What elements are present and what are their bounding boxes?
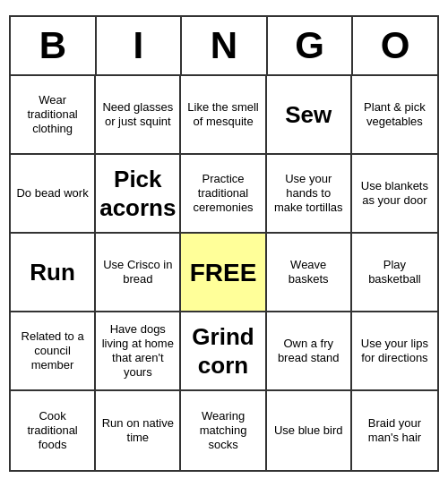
bingo-cell-16: Have dogs living at home that aren't you… (96, 312, 181, 391)
bingo-cell-12: FREE (181, 234, 266, 312)
header-letter-b: B (11, 17, 97, 74)
bingo-cell-9: Use blankets as your door (352, 155, 437, 234)
bingo-cell-11: Use Crisco in bread (96, 234, 181, 312)
bingo-cell-22: Wearing matching socks (181, 391, 266, 470)
bingo-cell-19: Use your lips for directions (352, 312, 437, 391)
bingo-cell-7: Practice traditional ceremonies (181, 155, 266, 234)
bingo-cell-23: Use blue bird (267, 391, 352, 470)
bingo-cell-21: Run on native time (96, 391, 181, 470)
bingo-grid: Wear traditional clothingNeed glasses or… (11, 76, 437, 470)
header-letter-i: I (97, 17, 183, 74)
bingo-cell-20: Cook traditional foods (11, 391, 96, 470)
bingo-cell-2: Like the smell of mesquite (181, 76, 266, 155)
bingo-header: BINGO (11, 17, 437, 76)
bingo-cell-5: Do bead work (11, 155, 96, 234)
bingo-cell-13: Weave baskets (267, 234, 352, 312)
bingo-cell-4: Plant & pick vegetables (352, 76, 437, 155)
bingo-card: BINGO Wear traditional clothingNeed glas… (9, 15, 439, 472)
bingo-cell-18: Own a fry bread stand (267, 312, 352, 391)
bingo-cell-10: Run (11, 234, 96, 312)
bingo-cell-1: Need glasses or just squint (96, 76, 181, 155)
bingo-cell-0: Wear traditional clothing (11, 76, 96, 155)
bingo-cell-6: Pick acorns (96, 155, 181, 234)
bingo-cell-3: Sew (267, 76, 352, 155)
bingo-cell-8: Use your hands to make tortillas (267, 155, 352, 234)
bingo-cell-17: Grind corn (181, 312, 266, 391)
header-letter-o: O (353, 17, 437, 74)
header-letter-g: G (268, 17, 354, 74)
header-letter-n: N (182, 17, 268, 74)
bingo-cell-14: Play basketball (352, 234, 437, 312)
bingo-cell-24: Braid your man's hair (352, 391, 437, 470)
bingo-cell-15: Related to a council member (11, 312, 96, 391)
